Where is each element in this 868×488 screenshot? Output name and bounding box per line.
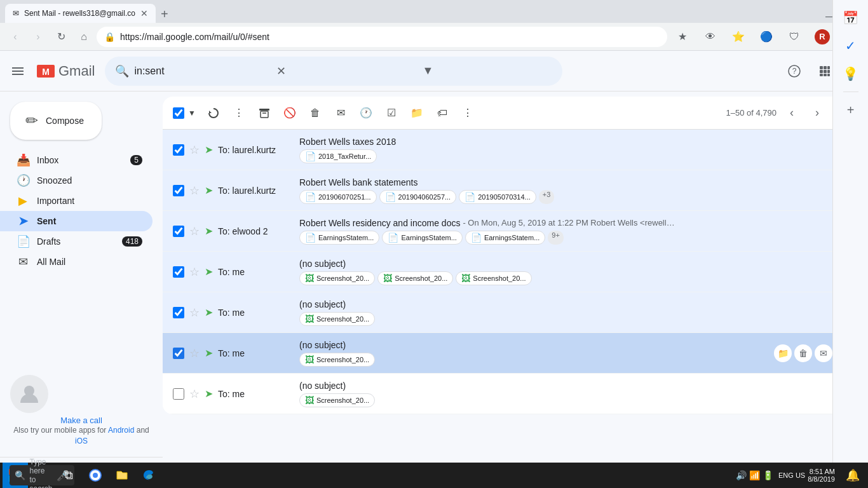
refresh-emails-button[interactable]	[203, 103, 224, 123]
extension-button-1[interactable]: 👁	[698, 24, 723, 50]
taskbar-search-label[interactable]: Type here to search	[29, 458, 52, 488]
tab-close-button[interactable]: ✕	[140, 8, 148, 18]
email-to: To: me	[218, 308, 294, 318]
move-to-button[interactable]: 📁	[407, 103, 427, 123]
row-checkbox[interactable]	[173, 307, 184, 318]
row-checkbox[interactable]	[173, 185, 184, 196]
email-row[interactable]: ☆ ➤ To: laurel.kurtz Robert Wells taxes …	[163, 130, 863, 170]
taskbar-task-view[interactable]: ⧉	[56, 463, 81, 488]
attachment-chip[interactable]: 🖼 Screenshot_20...	[299, 312, 375, 326]
add-rail-button[interactable]: +	[838, 97, 864, 123]
forward-button[interactable]: ›	[28, 27, 48, 47]
attachment-chip[interactable]: 📄 EarningsStatem...	[299, 231, 379, 245]
email-row[interactable]: ☆ ➤ To: me (no subject) 🖼 Screenshot_20.…	[163, 374, 863, 414]
toolbar-more-button[interactable]: ⋮	[458, 103, 478, 123]
bookmark-button[interactable]: ★	[670, 24, 695, 50]
mark-unread-row-button[interactable]: ✉	[815, 344, 832, 362]
taskbar-chrome[interactable]	[83, 463, 108, 488]
star-icon[interactable]: ☆	[189, 265, 200, 279]
attachment-chip[interactable]: 🖼 Screenshot_20...	[456, 271, 531, 285]
android-link[interactable]: Android	[108, 426, 134, 435]
email-row[interactable]: ☆ ➤ To: me (no subject) 🖼 Screenshot_20.…	[163, 333, 863, 374]
search-clear-button[interactable]: ✕	[266, 57, 407, 86]
delete-row-button[interactable]: 🗑	[794, 344, 812, 362]
search-bar: 🔍 ✕ ▼	[105, 57, 562, 86]
label-button[interactable]: 🏷	[432, 103, 452, 123]
sidebar-item-important[interactable]: ▶ Important	[0, 191, 153, 211]
snooze-button[interactable]: 🕐	[356, 103, 376, 123]
extension-button-3[interactable]: 🔵	[754, 24, 779, 50]
search-input[interactable]	[134, 65, 261, 77]
email-row[interactable]: ☆ ➤ To: laurel.kurtz Robert Wells bank s…	[163, 170, 863, 211]
make-call-link[interactable]: Make a call	[60, 416, 102, 425]
star-icon[interactable]: ☆	[189, 387, 200, 401]
attachment-name: 201906070251...	[318, 193, 371, 201]
star-icon[interactable]: ☆	[189, 143, 200, 157]
star-icon[interactable]: ☆	[189, 184, 200, 198]
attachment-chip[interactable]: 📄 201905070314...	[459, 190, 536, 204]
make-call-button[interactable]: Make a call	[10, 416, 153, 425]
next-page-button[interactable]: ›	[807, 103, 827, 123]
address-input[interactable]: 🔒 https://mail.google.com/mail/u/0/#sent	[97, 27, 667, 47]
select-all-checkbox[interactable]	[173, 107, 184, 119]
row-checkbox[interactable]	[173, 266, 184, 278]
attachment-chip[interactable]: 📄 EarningsStatem...	[382, 231, 462, 245]
refresh-button[interactable]: ↻	[51, 27, 71, 47]
attachment-chip[interactable]: 📄 201906070251...	[299, 190, 377, 204]
attachment-name: EarningsStatem...	[484, 234, 539, 241]
sidebar-item-drafts[interactable]: 📄 Drafts 418	[0, 231, 153, 252]
attachment-chip[interactable]: 📄 201904060257...	[379, 190, 457, 204]
ios-link[interactable]: iOS	[10, 436, 153, 447]
sidebar-item-all-mail[interactable]: ✉ All Mail	[0, 252, 153, 272]
add-to-tasks-button[interactable]: ☑	[381, 103, 402, 123]
prev-page-button[interactable]: ‹	[782, 103, 802, 123]
email-row[interactable]: ☆ ➤ To: me (no subject) 🖼 Screenshot_20.…	[163, 292, 863, 333]
archive-row-button[interactable]: 📁	[774, 344, 792, 362]
pdf-icon: 📄	[305, 233, 316, 243]
home-button[interactable]: ⌂	[74, 27, 94, 47]
attachment-chip[interactable]: 🖼 Screenshot_20...	[377, 271, 453, 285]
row-checkbox[interactable]	[173, 348, 184, 359]
report-spam-button[interactable]: 🚫	[280, 103, 300, 123]
active-tab[interactable]: ✉ Sent Mail - rewells318@gmail.co ✕	[5, 4, 156, 23]
attachment-chip[interactable]: 📄 EarningsStatem...	[465, 231, 545, 245]
extension-button-4[interactable]: 🛡	[782, 24, 807, 50]
taskbar-system-icons[interactable]: 🔊 📶 🔋	[736, 470, 773, 480]
more-actions-button[interactable]: ⋮	[229, 103, 249, 123]
star-icon[interactable]: ☆	[189, 346, 200, 360]
star-icon[interactable]: ☆	[189, 306, 200, 320]
delete-button[interactable]: 🗑	[305, 103, 325, 123]
row-checkbox[interactable]	[173, 388, 184, 400]
help-button[interactable]: ?	[782, 58, 807, 84]
new-tab-button[interactable]: +	[156, 5, 173, 23]
notification-button[interactable]: 🔔	[840, 463, 865, 488]
attachment-chip[interactable]: 🖼 Screenshot_20...	[299, 271, 375, 285]
sidebar-item-snoozed[interactable]: 🕐 Snoozed	[0, 170, 153, 191]
row-checkbox[interactable]	[173, 226, 184, 237]
attachment-chip[interactable]: 📄 2018_TaxRetur...	[299, 149, 377, 163]
sidebar-item-inbox[interactable]: 📥 Inbox 5	[0, 150, 153, 170]
row-checkbox[interactable]	[173, 144, 184, 156]
pdf-icon: 📄	[465, 192, 475, 202]
archive-button[interactable]	[254, 103, 275, 123]
compose-button[interactable]: ✏ Compose	[10, 102, 102, 140]
attachment-chip[interactable]: 🖼 Screenshot_20...	[299, 353, 375, 367]
select-dropdown-button[interactable]: ▼	[186, 103, 198, 123]
sidebar-item-sent[interactable]: ➤ Sent	[0, 211, 153, 231]
mark-unread-button[interactable]: ✉	[330, 103, 351, 123]
address-bar-row: ‹ › ↻ ⌂ 🔒 https://mail.google.com/mail/u…	[0, 23, 868, 51]
search-filter-button[interactable]: ▼	[412, 57, 552, 86]
hamburger-menu-button[interactable]	[5, 58, 31, 84]
star-icon[interactable]: ☆	[189, 224, 200, 238]
taskbar-search-button[interactable]: 🔍 Type here to search 🎤	[29, 463, 55, 488]
inbox-badge: 5	[130, 155, 142, 165]
extension-button-2[interactable]: ⭐	[726, 24, 751, 50]
taskbar-edge[interactable]	[136, 463, 161, 488]
extension-button-5[interactable]: R	[810, 24, 835, 50]
email-row[interactable]: ☆ ➤ To: elwood 2 Robert Wells residency …	[163, 211, 863, 252]
email-row[interactable]: ☆ ➤ To: me (no subject) 🖼 Screenshot_20.…	[163, 252, 863, 292]
svg-rect-13	[820, 74, 823, 76]
attachment-chip[interactable]: 🖼 Screenshot_20...	[299, 393, 375, 407]
back-button[interactable]: ‹	[5, 27, 25, 47]
taskbar-explorer[interactable]	[109, 463, 135, 488]
